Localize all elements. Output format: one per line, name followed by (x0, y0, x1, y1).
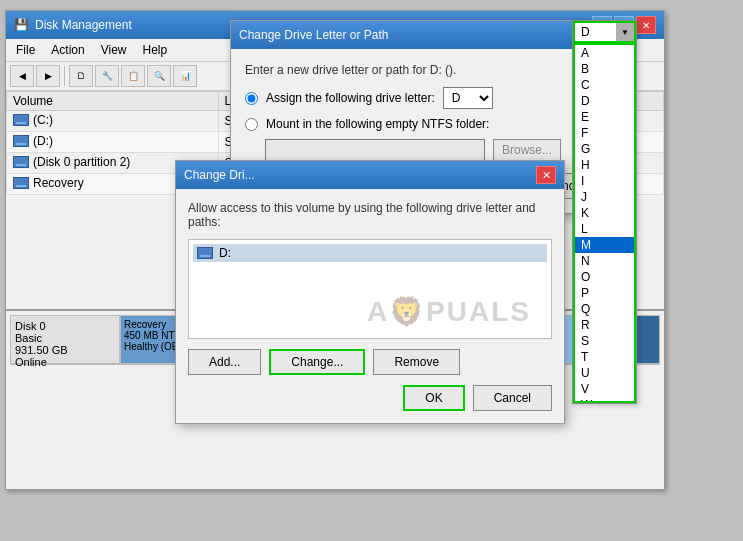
toolbar-btn-1[interactable]: 🗋 (69, 65, 93, 87)
dropdown-item-C[interactable]: C (575, 77, 634, 93)
browse-button[interactable]: Browse... (493, 139, 561, 161)
row-volume: (D:) (7, 132, 219, 153)
drive-icon: (D:) (13, 134, 53, 148)
dropdown-item-Q[interactable]: Q (575, 301, 634, 317)
change-button[interactable]: Change... (269, 349, 365, 375)
title-bar-left: 💾 Disk Management (14, 18, 132, 32)
dropdown-item-E[interactable]: E (575, 109, 634, 125)
toolbar-btn-4[interactable]: 🔍 (147, 65, 171, 87)
dialog2-content: Allow access to this volume by using the… (176, 189, 564, 423)
paths-list-item[interactable]: D: (193, 244, 547, 262)
dropdown-item-N[interactable]: N (575, 253, 634, 269)
drive-icon: Recovery (13, 176, 84, 190)
add-button[interactable]: Add... (188, 349, 261, 375)
app-title: Disk Management (35, 18, 132, 32)
assign-letter-label: Assign the following drive letter: (266, 91, 435, 105)
dropdown-item-K[interactable]: K (575, 205, 634, 221)
dialog2-title-bar: Change Dri... ✕ (176, 161, 564, 189)
toolbar-btn-3[interactable]: 📋 (121, 65, 145, 87)
dropdown-item-P[interactable]: P (575, 285, 634, 301)
disk-type: Basic (15, 332, 115, 344)
disk-status: Online (15, 356, 115, 368)
dialog2-title: Change Dri... (184, 168, 255, 182)
drive-image (13, 135, 29, 147)
app-icon: 💾 (14, 18, 29, 32)
dropdown-item-J[interactable]: J (575, 189, 634, 205)
action-buttons: Add... Change... Remove (188, 349, 552, 375)
drive-image (13, 177, 29, 189)
assign-letter-radio[interactable] (245, 92, 258, 105)
drive-image (13, 114, 29, 126)
dropdown-arrow[interactable]: ▼ (616, 23, 634, 41)
dialog2-close-button[interactable]: ✕ (536, 166, 556, 184)
ntfs-input-row: Browse... (265, 139, 605, 161)
dropdown-item-I[interactable]: I (575, 173, 634, 189)
close-button[interactable]: ✕ (636, 16, 656, 34)
dropdown-item-F[interactable]: F (575, 125, 634, 141)
dialog2-cancel-button[interactable]: Cancel (473, 385, 552, 411)
disk-size: 931.50 GB (15, 344, 115, 356)
radio-row-1: Assign the following drive letter: D (245, 87, 605, 109)
paths-list: D: A🦁PUALS (188, 239, 552, 339)
mount-ntfs-radio[interactable] (245, 118, 258, 131)
drive-image (13, 156, 29, 168)
menu-action[interactable]: Action (45, 41, 90, 59)
dropdown-item-W[interactable]: W (575, 397, 634, 403)
path-item-label: D: (219, 246, 231, 260)
radio-group: Assign the following drive letter: D Mou… (245, 87, 605, 161)
dropdown-current-value: D (575, 23, 616, 41)
row-volume: (C:) (7, 111, 219, 132)
dropdown-list: ABCDEFGHIJKLMNOPQRSTUVWXYZ (573, 43, 636, 403)
dropdown-item-T[interactable]: T (575, 349, 634, 365)
disk-name: Disk 0 (15, 320, 115, 332)
dropdown-item-G[interactable]: G (575, 141, 634, 157)
drive-letter-select[interactable]: D (443, 87, 493, 109)
toolbar-btn-5[interactable]: 📊 (173, 65, 197, 87)
disk-label: Disk 0 Basic 931.50 GB Online (10, 315, 120, 364)
dropdown-header: D ▼ (573, 21, 636, 43)
dropdown-item-S[interactable]: S (575, 333, 634, 349)
dropdown-item-A[interactable]: A (575, 45, 634, 61)
radio-row-2: Mount in the following empty NTFS folder… (245, 117, 605, 131)
drive-icon: (Disk 0 partition 2) (13, 155, 130, 169)
appuals-watermark: A🦁PUALS (367, 295, 531, 328)
dropdown-item-O[interactable]: O (575, 269, 634, 285)
change-paths-dialog: Change Dri... ✕ Allow access to this vol… (175, 160, 565, 424)
dialog-title-bar: Change Drive Letter or Path ✕ (231, 21, 619, 49)
dialog2-ok-cancel: OK Cancel (188, 385, 552, 411)
dialog-description: Enter a new drive letter or path for D: … (245, 63, 605, 77)
dropdown-item-H[interactable]: H (575, 157, 634, 173)
dropdown-item-D[interactable]: D (575, 93, 634, 109)
ntfs-folder-input[interactable] (265, 139, 485, 161)
menu-view[interactable]: View (95, 41, 133, 59)
dropdown-item-U[interactable]: U (575, 365, 634, 381)
back-button[interactable]: ◀ (10, 65, 34, 87)
toolbar-separator (64, 66, 65, 86)
menu-help[interactable]: Help (137, 41, 174, 59)
dropdown-panel: D ▼ ABCDEFGHIJKLMNOPQRSTUVWXYZ (572, 20, 637, 404)
col-volume: Volume (7, 92, 219, 111)
dropdown-item-V[interactable]: V (575, 381, 634, 397)
dropdown-item-B[interactable]: B (575, 61, 634, 77)
menu-file[interactable]: File (10, 41, 41, 59)
remove-button[interactable]: Remove (373, 349, 460, 375)
dialog-title: Change Drive Letter or Path (239, 28, 388, 42)
forward-button[interactable]: ▶ (36, 65, 60, 87)
dialog2-description: Allow access to this volume by using the… (188, 201, 552, 229)
dropdown-item-L[interactable]: L (575, 221, 634, 237)
toolbar-btn-2[interactable]: 🔧 (95, 65, 119, 87)
dropdown-item-R[interactable]: R (575, 317, 634, 333)
dialog2-ok-button[interactable]: OK (403, 385, 464, 411)
dropdown-item-M[interactable]: M (575, 237, 634, 253)
mount-ntfs-label: Mount in the following empty NTFS folder… (266, 117, 489, 131)
path-drive-icon (197, 247, 213, 259)
drive-icon: (C:) (13, 113, 53, 127)
